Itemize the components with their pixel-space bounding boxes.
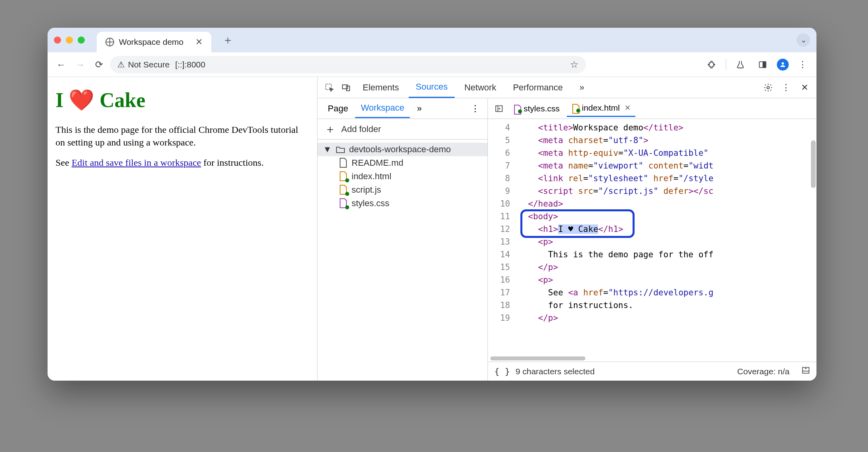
browser-menu-button[interactable]: ⋮ (795, 57, 811, 73)
coverage-status: Coverage: n/a (737, 367, 790, 376)
code-editor[interactable]: 4 5 6 7 8 9 10 11 12 13 14 15 16 17 18 1… (488, 119, 816, 355)
maximize-window-button[interactable] (78, 36, 85, 44)
editor-statusbar: { } 9 characters selected Coverage: n/a (488, 362, 816, 381)
selection-status: 9 characters selected (516, 367, 595, 376)
tabs-overflow[interactable]: » (572, 78, 591, 98)
page-heading: I ❤️ Cake (55, 88, 309, 112)
svg-rect-4 (342, 85, 348, 89)
content-area: I ❤️ Cake This is the demo page for the … (48, 77, 816, 381)
navigator-menu-button[interactable]: ⋮ (468, 102, 483, 116)
pretty-print-icon[interactable]: { } (494, 366, 510, 376)
browser-window: Workspace demo ✕ ＋ ⌄ ← → ⟳ ⚠ Not Secure … (48, 28, 816, 381)
devtools-body: Page Workspace » ⋮ ＋ Add folder ▼ devtoo (317, 98, 816, 381)
reload-button[interactable]: ⟳ (91, 57, 107, 73)
svg-point-6 (767, 86, 769, 89)
toggle-navigator-icon[interactable] (492, 102, 506, 116)
extensions-icon[interactable] (704, 57, 719, 73)
vertical-scrollbar[interactable] (811, 140, 816, 188)
address-bar[interactable]: ⚠ Not Secure [::]:8000 ☆ (110, 56, 586, 73)
horizontal-scrollbar[interactable] (488, 355, 816, 362)
toolbar-right: ⋮ (704, 57, 811, 73)
tree-file-readme[interactable]: README.md (317, 156, 488, 170)
tree-folder[interactable]: ▼ devtools-workspace-demo (317, 143, 488, 156)
settings-gear-icon[interactable] (761, 80, 775, 95)
editor-tabs: styles.css index.html ✕ (488, 98, 816, 119)
devtools-close-icon[interactable]: ✕ (797, 80, 812, 95)
tab-sources[interactable]: Sources (409, 77, 455, 98)
editor-panel: styles.css index.html ✕ 4 5 6 7 8 9 10 1… (488, 98, 816, 381)
chevron-down-icon: ▼ (323, 144, 332, 155)
profile-avatar[interactable] (777, 59, 789, 71)
css-file-icon (339, 198, 348, 209)
webpage: I ❤️ Cake This is the demo page for the … (48, 77, 317, 381)
tutorial-link[interactable]: Edit and save files in a workspace (72, 157, 201, 168)
add-folder-button[interactable]: ＋ Add folder (317, 119, 488, 140)
navigator-panel: Page Workspace » ⋮ ＋ Add folder ▼ devtoo (317, 98, 488, 381)
device-toolbar-icon[interactable] (339, 80, 353, 95)
back-button[interactable]: ← (53, 57, 69, 73)
js-file-icon (339, 185, 348, 195)
html-file-icon (339, 171, 348, 182)
tree-file-styles[interactable]: styles.css (317, 197, 488, 210)
svg-point-2 (782, 62, 784, 65)
devtools-menu-button[interactable]: ⋮ (779, 80, 793, 95)
nav-tabs-overflow[interactable]: » (411, 100, 427, 118)
annotation-highlight (520, 209, 635, 238)
page-paragraph-2: See Edit and save files in a workspace f… (55, 156, 309, 169)
tab-close-icon[interactable]: ✕ (195, 37, 203, 47)
devtools-tabbar: Elements Sources Network Performance » ⋮… (317, 77, 816, 98)
file-tree: ▼ devtools-workspace-demo README.md inde… (317, 140, 488, 213)
editor-tab-styles[interactable]: styles.css (509, 101, 564, 117)
devtools-panel: Elements Sources Network Performance » ⋮… (317, 77, 816, 381)
titlebar: Workspace demo ✕ ＋ ⌄ (48, 28, 816, 52)
separator (726, 59, 726, 70)
warning-icon: ⚠ (117, 60, 125, 69)
security-indicator[interactable]: ⚠ Not Secure (117, 60, 170, 69)
plus-icon: ＋ (325, 122, 336, 137)
inspect-element-icon[interactable] (322, 80, 336, 95)
tree-file-script[interactable]: script.js (317, 183, 488, 197)
editor-tab-close-icon[interactable]: ✕ (625, 103, 631, 112)
css-file-icon (513, 105, 520, 113)
forward-button[interactable]: → (72, 57, 88, 73)
page-paragraph-1: This is the demo page for the official C… (55, 123, 309, 149)
url-text: [::]:8000 (175, 60, 205, 69)
new-tab-button[interactable]: ＋ (222, 33, 233, 48)
side-panel-icon[interactable] (755, 57, 770, 73)
tree-file-index[interactable]: index.html (317, 170, 488, 183)
labs-icon[interactable] (732, 57, 748, 73)
close-window-button[interactable] (54, 36, 61, 44)
tab-network[interactable]: Network (457, 78, 503, 98)
browser-toolbar: ← → ⟳ ⚠ Not Secure [::]:8000 ☆ (48, 52, 816, 77)
minimize-window-button[interactable] (66, 36, 73, 44)
window-controls (54, 36, 85, 44)
tab-performance[interactable]: Performance (506, 78, 570, 98)
file-icon (339, 158, 348, 168)
nav-tab-page[interactable]: Page (322, 100, 354, 118)
tabs-overflow-button[interactable]: ⌄ (797, 33, 810, 47)
globe-icon (105, 38, 114, 46)
tab-title: Workspace demo (119, 37, 184, 47)
nav-tab-workspace[interactable]: Workspace (355, 99, 410, 118)
security-label: Not Secure (128, 60, 170, 69)
folder-icon (336, 146, 345, 153)
browser-tab[interactable]: Workspace demo ✕ (97, 32, 211, 52)
line-gutter: 4 5 6 7 8 9 10 11 12 13 14 15 16 17 18 1… (488, 119, 516, 355)
html-file-icon (572, 104, 579, 112)
bookmark-star-icon[interactable]: ☆ (570, 59, 579, 70)
svg-rect-1 (763, 61, 766, 67)
editor-tab-index[interactable]: index.html ✕ (567, 100, 635, 117)
show-drawer-icon[interactable] (801, 366, 810, 377)
navigator-tabs: Page Workspace » ⋮ (317, 98, 488, 119)
tab-elements[interactable]: Elements (356, 78, 406, 98)
